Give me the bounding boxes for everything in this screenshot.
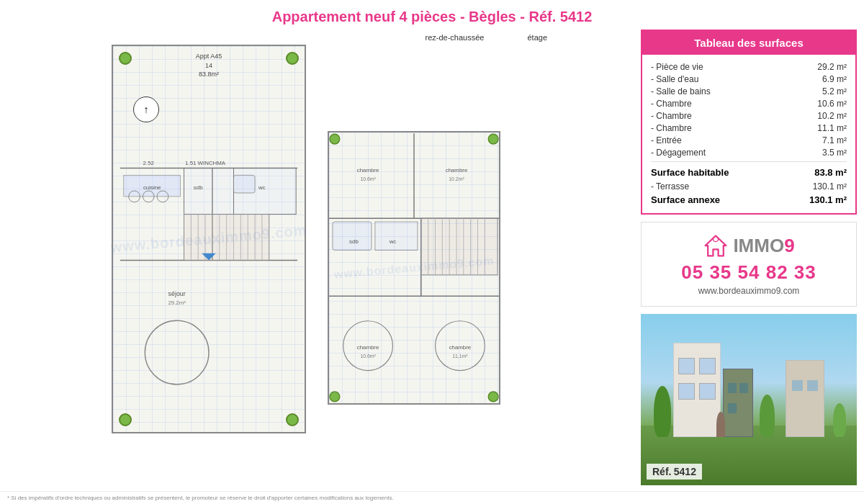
- immo9-house-icon: [703, 233, 729, 258]
- svg-point-61: [330, 392, 340, 402]
- ref-badge: Réf. 5412: [647, 464, 702, 480]
- ground-floor-svg: 2.52 1.51 WINCHMA cuisine sdb wc séjour …: [113, 46, 305, 432]
- svg-text:11.1m²: 11.1m²: [452, 354, 468, 359]
- surface-row-chambre-2: - Chambre 10.2 m²: [651, 109, 847, 122]
- immo9-logo: IMMO9: [652, 233, 846, 258]
- svg-text:wc: wc: [258, 184, 266, 191]
- tree-1: [654, 386, 671, 437]
- svg-text:1.51 WINCHMA: 1.51 WINCHMA: [185, 160, 226, 166]
- window-r: [807, 380, 819, 392]
- floorplan-labels: rez-de-chaussée étage: [426, 33, 634, 42]
- surface-row-chambre-3: - Chambre 11.1 m²: [651, 122, 847, 134]
- svg-text:2.52: 2.52: [143, 160, 154, 166]
- surface-habitable-value: 83.8 m²: [814, 167, 847, 178]
- upper-floor-svg: chambre 10.6m² chambre 10.2m² sdb wc cha…: [329, 132, 499, 403]
- page: Appartement neuf 4 pièces - Bègles - Réf…: [0, 0, 864, 504]
- svg-marker-63: [706, 236, 726, 256]
- property-image: Réf. 5412: [641, 314, 857, 485]
- svg-text:10.6m²: 10.6m²: [360, 354, 376, 359]
- ground-floor-plan: Appt A45 14 83.8m² ↑: [112, 45, 306, 433]
- label-ground: rez-de-chaussée: [426, 33, 485, 42]
- surface-row-salle-bains: - Salle de bains 5.2 m²: [651, 85, 847, 97]
- window-dark: [728, 383, 737, 393]
- surface-table: Tableau des surfaces - Pièce de vie 29.2…: [641, 30, 857, 215]
- immo9-name: IMMO9: [733, 235, 794, 257]
- upper-floor-plan: chambre 10.6m² chambre 10.2m² sdb wc cha…: [328, 131, 500, 405]
- right-panel: Tableau des surfaces - Pièce de vie 29.2…: [634, 30, 857, 491]
- tree-3: [833, 403, 846, 438]
- building-main: [673, 343, 721, 437]
- immo9-website[interactable]: www.bordeauximmo9.com: [652, 286, 846, 296]
- svg-text:chambre: chambre: [357, 344, 379, 351]
- floorplan-canvas: Appt A45 14 83.8m² ↑: [112, 45, 529, 462]
- tree-2: [760, 395, 775, 438]
- surface-annexe-row: Surface annexe 130.1 m²: [651, 192, 847, 207]
- content-area: rez-de-chaussée étage Appt A45 14 83.8m²…: [0, 30, 864, 491]
- watermark-upper: www.bordeauximmo9.com: [333, 254, 495, 281]
- surface-row-chambre-1: - Chambre 10.6 m²: [651, 97, 847, 109]
- svg-point-45: [343, 321, 393, 371]
- surface-table-header: Tableau des surfaces: [642, 31, 855, 55]
- footer-note: * Si des impératifs d'ordre techniques o…: [0, 491, 864, 504]
- immo9-contact-box: IMMO9 05 35 54 82 33 www.bordeauximmo9.c…: [641, 222, 857, 307]
- svg-text:sdb: sdb: [349, 238, 359, 245]
- surface-divider-1: [651, 161, 847, 162]
- building-right: [786, 360, 824, 437]
- window-dark: [739, 383, 748, 393]
- surface-row-terrasse: - Terrasse 130.1 m²: [651, 180, 847, 192]
- floorplan-area: rez-de-chaussée étage Appt A45 14 83.8m²…: [7, 30, 634, 491]
- window: [678, 358, 694, 374]
- window: [699, 358, 715, 374]
- svg-rect-48: [375, 222, 418, 250]
- svg-point-62: [488, 392, 498, 402]
- ref-number: 5412: [674, 466, 696, 477]
- svg-rect-4: [184, 168, 234, 214]
- window-dark: [728, 403, 737, 413]
- person-silhouette: [716, 412, 725, 438]
- window-r: [792, 380, 804, 392]
- building-scene: [641, 314, 857, 485]
- svg-text:chambre: chambre: [446, 167, 468, 174]
- svg-text:cuisine: cuisine: [143, 184, 161, 191]
- label-upper: étage: [527, 33, 547, 42]
- svg-text:sdb: sdb: [194, 184, 203, 191]
- svg-point-17: [145, 320, 209, 384]
- window: [678, 383, 694, 400]
- building-dark: [723, 369, 753, 437]
- svg-text:10.6m²: 10.6m²: [360, 176, 376, 181]
- svg-text:29.2m²: 29.2m²: [168, 300, 186, 306]
- svg-text:wc: wc: [389, 238, 397, 245]
- surface-habitable-label: Surface habitable: [651, 167, 729, 178]
- surface-row-piece-de-vie: - Pièce de vie 29.2 m²: [651, 60, 847, 73]
- surface-row-salle-eau: - Salle d'eau 6.9 m²: [651, 73, 847, 85]
- svg-rect-47: [333, 222, 372, 250]
- page-title: Appartement neuf 4 pièces - Bègles - Réf…: [0, 0, 864, 30]
- svg-text:chambre: chambre: [357, 167, 379, 174]
- immo9-phone[interactable]: 05 35 54 82 33: [652, 261, 846, 284]
- svg-rect-22: [233, 175, 255, 193]
- surface-row-entree: - Entrée 7.1 m²: [651, 134, 847, 146]
- svg-point-64: [714, 236, 719, 241]
- surface-row-degagement: - Dégagement 3.5 m²: [651, 146, 847, 158]
- svg-rect-35: [421, 218, 498, 275]
- svg-text:séjour: séjour: [168, 290, 186, 297]
- window: [699, 383, 715, 400]
- svg-text:chambre: chambre: [449, 344, 472, 351]
- svg-point-46: [436, 321, 485, 371]
- surface-table-body: - Pièce de vie 29.2 m² - Salle d'eau 6.9…: [642, 55, 855, 213]
- svg-point-60: [488, 134, 498, 144]
- svg-point-59: [330, 134, 340, 144]
- svg-text:10.2m²: 10.2m²: [449, 176, 464, 181]
- surface-habitable-row: Surface habitable 83.8 m²: [651, 165, 847, 180]
